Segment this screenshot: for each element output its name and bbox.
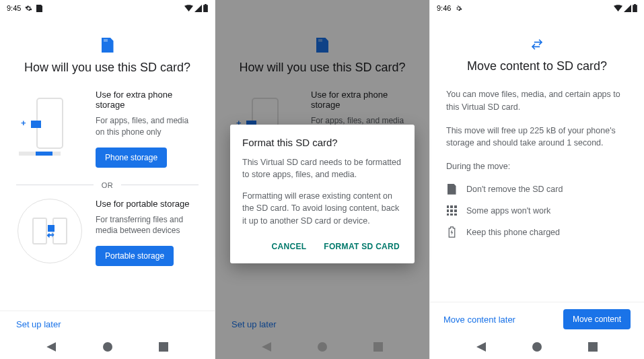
portable-storage-illustration — [16, 199, 83, 267]
sd-card-status-icon — [36, 5, 42, 12]
sd-card-icon — [102, 38, 114, 53]
screen-move-content: 9:46 Move content to SD card? You can mo… — [429, 0, 644, 359]
gear-icon — [25, 5, 32, 12]
move-content-later-link[interactable]: Move content later — [443, 315, 515, 325]
dialog-text: Formatting will erase existing content o… — [242, 190, 402, 226]
move-content-button[interactable]: Move content — [563, 309, 631, 329]
battery-charging-icon — [446, 227, 457, 238]
page-title: How will you use this SD card? — [16, 61, 199, 75]
nav-home-icon[interactable] — [532, 342, 542, 352]
screen-format-dialog: 9:45 How will you use this SD card? + Us… — [215, 0, 429, 359]
phone-storage-illustration: + — [16, 90, 83, 168]
nav-recent-icon[interactable] — [588, 342, 598, 352]
option-phone-storage: + Use for extra phone storage For apps, … — [16, 90, 199, 168]
list-item: Don't remove the SD card — [446, 184, 628, 195]
page-title: Move content to SD card? — [446, 59, 628, 73]
signal-icon — [194, 5, 202, 12]
body-text: This move will free up 225 kB of your ph… — [446, 125, 628, 150]
gear-icon — [455, 5, 462, 12]
list-item: Keep this phone charged — [446, 227, 628, 238]
dialog-title: Format this SD card? — [242, 137, 402, 148]
list-item: Some apps won't work — [446, 205, 628, 216]
nav-home-icon[interactable] — [103, 342, 112, 352]
transfer-icon — [530, 38, 544, 51]
nav-back-icon[interactable] — [476, 342, 486, 352]
dialog-text: This Virtual SD card needs to be formatt… — [242, 156, 402, 181]
nav-recent-icon[interactable] — [159, 342, 168, 352]
option-description: For transferring files and media between… — [96, 214, 199, 237]
screen-sd-setup: 9:45 How will you use this SD card? + — [0, 0, 215, 359]
list-item-label: Keep this phone charged — [466, 228, 560, 237]
portable-storage-button[interactable]: Portable storage — [96, 246, 174, 266]
body-text: During the move: — [446, 160, 628, 173]
option-title: Use for portable storage — [96, 199, 199, 209]
battery-icon — [633, 4, 637, 12]
format-sd-card-button[interactable]: FORMAT SD CARD — [321, 236, 402, 257]
status-time: 9:46 — [437, 4, 451, 12]
nav-back-icon[interactable] — [46, 342, 56, 352]
wifi-icon — [184, 5, 193, 11]
or-divider: OR — [16, 181, 199, 189]
battery-icon — [203, 4, 208, 12]
option-portable-storage: Use for portable storage For transferrin… — [16, 199, 199, 267]
option-title: Use for extra phone storage — [96, 90, 199, 110]
list-item-label: Some apps won't work — [466, 206, 550, 216]
signal-icon — [624, 5, 631, 12]
phone-storage-button[interactable]: Phone storage — [96, 148, 167, 168]
nav-bar — [0, 335, 215, 359]
apps-grid-icon — [446, 205, 457, 216]
status-bar: 9:45 — [0, 0, 215, 16]
format-dialog: Format this SD card? This Virtual SD car… — [230, 125, 415, 263]
option-description: For apps, files, and media on this phone… — [96, 115, 199, 138]
sd-card-icon — [446, 184, 457, 195]
list-item-label: Don't remove the SD card — [466, 185, 563, 194]
body-text: You can move files, media, and certain a… — [446, 88, 628, 114]
cancel-button[interactable]: CANCEL — [269, 236, 310, 257]
wifi-icon — [614, 5, 622, 11]
status-bar: 9:46 — [430, 0, 644, 16]
nav-bar — [430, 335, 644, 359]
or-label: OR — [102, 181, 114, 189]
set-up-later-link[interactable]: Set up later — [16, 319, 61, 329]
status-time: 9:45 — [7, 4, 21, 12]
